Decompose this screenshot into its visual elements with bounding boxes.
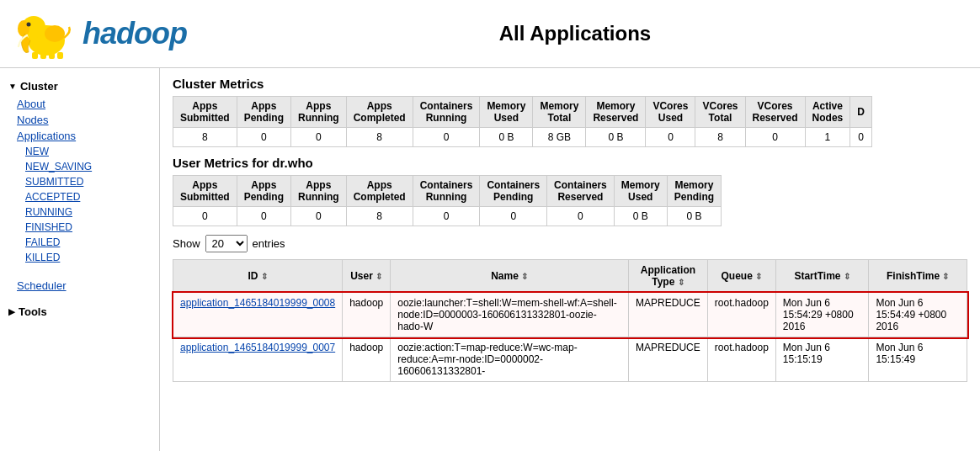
th-start[interactable]: StartTime ⇕ <box>775 260 869 293</box>
th-id[interactable]: ID ⇕ <box>173 260 343 293</box>
sidebar-item-failed[interactable]: FAILED <box>0 235 159 250</box>
svg-point-3 <box>27 23 31 27</box>
table-row: application_1465184019999_0007 hadoop oo… <box>173 337 967 382</box>
um-val-7: 0 B <box>614 207 667 226</box>
cm-header-7: MemoryReserved <box>586 97 646 128</box>
cluster-metrics-table: AppsSubmitted AppsPending AppsRunning Ap… <box>173 96 872 147</box>
tools-arrow-icon: ▶ <box>8 307 15 316</box>
queue-sort-icon: ⇕ <box>755 272 762 281</box>
name-sort-icon: ⇕ <box>521 272 528 281</box>
sidebar-item-scheduler[interactable]: Scheduler <box>0 278 159 294</box>
um-header-5: ContainersPending <box>480 176 547 207</box>
sidebar-item-submitted[interactable]: SUBMITTED <box>0 174 159 189</box>
sidebar-item-accepted[interactable]: ACCEPTED <box>0 189 159 204</box>
um-header-4: ContainersRunning <box>413 176 480 207</box>
applications-table: ID ⇕ User ⇕ Name ⇕ ApplicationType ⇕ Que… <box>173 259 967 382</box>
user-sort-icon: ⇕ <box>375 272 382 281</box>
cm-val-3: 8 <box>346 128 413 147</box>
um-val-5: 0 <box>480 207 547 226</box>
user-metrics-table: AppsSubmitted AppsPending AppsRunning Ap… <box>173 175 722 226</box>
cm-header-0: AppsSubmitted <box>173 97 237 128</box>
tools-section: ▶ Tools <box>0 302 159 321</box>
app-user-cell-2: hadoop <box>343 337 391 382</box>
hadoop-logo-text: hadoop <box>83 16 187 51</box>
um-val-6: 0 <box>547 207 615 226</box>
cm-val-9: 8 <box>695 128 745 147</box>
sidebar-item-nodes[interactable]: Nodes <box>0 112 159 128</box>
app-queue-cell-2: root.hadoop <box>707 337 775 382</box>
th-finish[interactable]: FinishTime ⇕ <box>869 260 967 293</box>
um-val-4: 0 <box>413 207 480 226</box>
um-header-2: AppsRunning <box>291 176 347 207</box>
um-header-8: MemoryPending <box>667 176 721 207</box>
um-header-7: MemoryUsed <box>614 176 667 207</box>
cm-header-12: D <box>850 97 872 128</box>
cm-header-6: MemoryTotal <box>533 97 586 128</box>
cm-header-9: VCoresTotal <box>695 97 745 128</box>
id-sort-icon: ⇕ <box>261 272 268 281</box>
tools-header[interactable]: ▶ Tools <box>0 302 159 321</box>
um-header-1: AppsPending <box>237 176 290 207</box>
um-val-8: 0 B <box>667 207 721 226</box>
svg-point-8 <box>45 25 65 42</box>
app: hadoop All Applications ▼ Cluster About … <box>0 0 980 451</box>
app-id-cell: application_1465184019999_0008 <box>173 293 343 337</box>
um-val-0: 0 <box>173 207 237 226</box>
tools-label: Tools <box>19 305 47 318</box>
sidebar-item-applications[interactable]: Applications <box>0 128 159 144</box>
show-label: Show <box>173 237 200 250</box>
th-name[interactable]: Name ⇕ <box>391 260 629 293</box>
table-row: application_1465184019999_0008 hadoop oo… <box>173 293 967 337</box>
cm-header-10: VCoresReserved <box>745 97 805 128</box>
page-title: All Applications <box>187 22 963 45</box>
app-start-cell-2: Mon Jun 6 15:15:19 <box>775 337 869 382</box>
cm-header-2: AppsRunning <box>291 97 347 128</box>
cm-val-8: 0 <box>646 128 695 147</box>
svg-rect-7 <box>57 52 63 59</box>
sidebar-item-killed[interactable]: KILLED <box>0 250 159 265</box>
cm-val-1: 0 <box>237 128 290 147</box>
app-id-link-0008[interactable]: application_1465184019999_0008 <box>180 297 335 309</box>
type-sort-icon: ⇕ <box>678 278 684 287</box>
hadoop-logo-icon <box>17 8 76 59</box>
um-val-2: 0 <box>291 207 347 226</box>
sidebar-item-new-saving[interactable]: NEW_SAVING <box>0 159 159 174</box>
um-header-0: AppsSubmitted <box>173 176 237 207</box>
um-val-3: 8 <box>346 207 413 226</box>
app-finish-cell-2: Mon Jun 6 15:15:49 <box>869 337 967 382</box>
header: hadoop All Applications <box>0 0 980 68</box>
cluster-header[interactable]: ▼ Cluster <box>0 77 159 96</box>
th-queue[interactable]: Queue ⇕ <box>707 260 775 293</box>
cluster-metrics-title: Cluster Metrics <box>173 77 967 91</box>
cm-val-11: 1 <box>805 128 850 147</box>
cm-header-8: VCoresUsed <box>646 97 695 128</box>
th-type[interactable]: ApplicationType ⇕ <box>629 260 708 293</box>
app-name-cell-2: oozie:action:T=map-reduce:W=wc-map-reduc… <box>391 337 629 382</box>
entries-select[interactable]: 10 20 25 50 100 <box>205 235 248 252</box>
app-start-cell: Mon Jun 6 15:54:29 +0800 2016 <box>775 293 869 337</box>
sidebar-item-running[interactable]: RUNNING <box>0 204 159 220</box>
app-id-cell-2: application_1465184019999_0007 <box>173 337 343 382</box>
sidebar-item-finished[interactable]: FINISHED <box>0 220 159 235</box>
entries-label: entries <box>253 237 285 250</box>
cm-val-0: 8 <box>173 128 237 147</box>
cm-val-10: 0 <box>745 128 805 147</box>
um-val-1: 0 <box>237 207 290 226</box>
cluster-section: ▼ Cluster About Nodes Applications NEW N… <box>0 77 159 294</box>
app-queue-cell: root.hadoop <box>707 293 775 337</box>
sidebar-item-new[interactable]: NEW <box>0 144 159 159</box>
start-sort-icon: ⇕ <box>844 272 850 281</box>
cluster-label: Cluster <box>20 80 58 93</box>
main-layout: ▼ Cluster About Nodes Applications NEW N… <box>0 68 980 451</box>
app-finish-cell: Mon Jun 6 15:54:49 +0800 2016 <box>869 293 967 337</box>
cm-header-4: ContainersRunning <box>413 97 480 128</box>
th-user[interactable]: User ⇕ <box>343 260 391 293</box>
cm-val-4: 0 <box>413 128 480 147</box>
svg-rect-6 <box>49 52 55 59</box>
app-id-link-0007[interactable]: application_1465184019999_0007 <box>180 342 335 353</box>
cm-val-12: 0 <box>850 128 872 147</box>
content-area: Cluster Metrics AppsSubmitted AppsPendin… <box>160 68 980 451</box>
table-header-row: ID ⇕ User ⇕ Name ⇕ ApplicationType ⇕ Que… <box>173 260 967 293</box>
show-entries-control: Show 10 20 25 50 100 entries <box>173 235 967 252</box>
sidebar-item-about[interactable]: About <box>0 96 159 112</box>
